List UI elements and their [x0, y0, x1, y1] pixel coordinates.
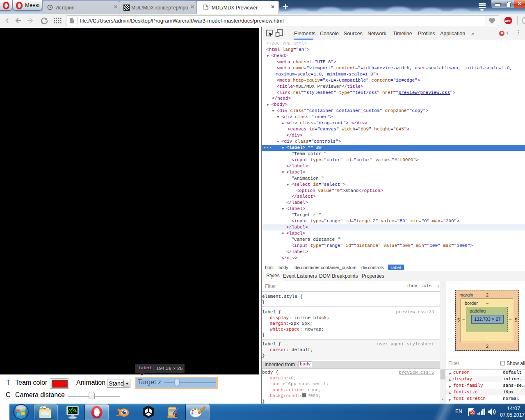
svg-text:ABP: ABP: [505, 19, 511, 23]
